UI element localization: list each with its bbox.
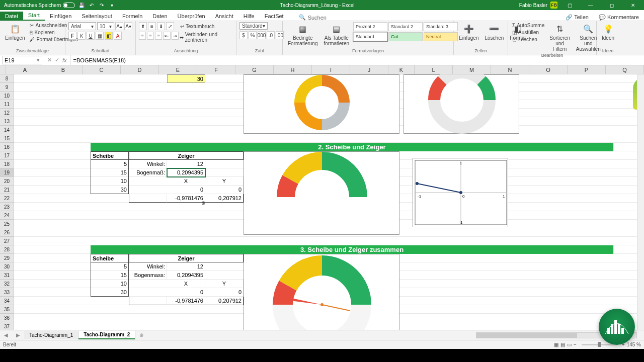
view-normal-icon[interactable]: ▦ [554, 342, 558, 347]
cell-F22[interactable]: 0,207912 [205, 194, 244, 203]
col-header-M[interactable]: M [453, 65, 491, 74]
row-header-14[interactable]: 14 [0, 126, 14, 134]
row-header-20[interactable]: 20 [0, 177, 14, 186]
cell-C21[interactable]: 30 [91, 186, 129, 194]
col-header-F[interactable]: F [197, 65, 235, 74]
col-header-C[interactable]: C [83, 65, 121, 74]
cell-F21[interactable]: 0 [205, 186, 244, 194]
indent-dec-button[interactable]: ⇤ [163, 32, 170, 40]
cell-F34[interactable]: 0,207912 [205, 297, 244, 305]
chart-gauge-combined[interactable] [244, 254, 399, 330]
view-page-break-icon[interactable]: ▭ [567, 342, 572, 347]
worksheet-grid[interactable]: 8910111213141516171819202122232425262728… [0, 74, 644, 330]
vertical-scrollbar[interactable] [637, 74, 644, 330]
indent-inc-button[interactable]: ⇥ [172, 32, 179, 40]
shrink-font-button[interactable]: A▾ [124, 22, 132, 30]
sheet-tab-2[interactable]: Tacho-Diagramm_2 [78, 331, 135, 339]
autosum-button[interactable]: ΣAutoSumme [511, 22, 545, 29]
tab-ueberpruefen[interactable]: Überprüfen [173, 12, 210, 21]
ribbon-options-icon[interactable]: ▢ [560, 0, 579, 10]
maximize-button[interactable]: ◻ [603, 0, 621, 10]
chart-donut-2[interactable] [404, 74, 519, 134]
cell-E21[interactable]: 0 [167, 186, 205, 194]
style-prozent2[interactable]: Prozent 2 [353, 22, 387, 31]
row-header-18[interactable]: 18 [0, 160, 14, 168]
row-header-25[interactable]: 25 [0, 220, 14, 228]
row-header-10[interactable]: 10 [0, 92, 14, 100]
row-header-26[interactable]: 26 [0, 228, 14, 237]
cell-D30[interactable]: Winkel: [129, 262, 167, 271]
cell-F33[interactable]: 0 [205, 288, 244, 297]
row-header-35[interactable]: 35 [0, 305, 14, 314]
col-header-N[interactable]: N [491, 65, 529, 74]
tab-daten[interactable]: Daten [147, 12, 172, 21]
row-header-33[interactable]: 33 [0, 288, 14, 297]
row-header-24[interactable]: 24 [0, 211, 14, 220]
cell-F20[interactable]: Y [205, 177, 244, 186]
paste-button[interactable]: 📋 Einfügen [3, 22, 27, 42]
cell-E30[interactable]: 12 [167, 262, 205, 271]
comments-button[interactable]: 💬 Kommentare [594, 14, 644, 21]
col-header-I[interactable]: I [312, 65, 350, 74]
wrap-text-button[interactable]: ↩Textumbruch [180, 22, 214, 30]
row-header-16[interactable]: 16 [0, 143, 14, 151]
row-header-11[interactable]: 11 [0, 100, 14, 109]
cell-C17[interactable]: Scheibe [91, 151, 129, 160]
delete-cells-button[interactable]: ➖Löschen [482, 22, 506, 42]
row-header-28[interactable]: 28 [0, 245, 14, 254]
zoom-level[interactable]: 145 % [627, 342, 641, 347]
save-icon[interactable]: 💾 [78, 2, 85, 9]
cell-E32[interactable]: X [167, 280, 205, 288]
tab-file[interactable]: Datei [0, 12, 23, 21]
row-header-36[interactable]: 36 [0, 314, 14, 322]
col-header-P[interactable]: P [568, 65, 606, 74]
cell-C30[interactable]: 5 [91, 262, 129, 271]
row-header-37[interactable]: 37 [0, 322, 14, 330]
cell-C31[interactable]: 15 [91, 271, 129, 280]
user-name[interactable]: Fabio Basler [519, 3, 547, 8]
row-header-22[interactable]: 22 [0, 194, 14, 203]
row-header-21[interactable]: 21 [0, 186, 14, 194]
new-sheet-button[interactable]: ⊕ [135, 332, 147, 338]
user-badge[interactable]: FB [550, 2, 557, 9]
cell-D19[interactable]: Bogenmaß: [129, 168, 167, 177]
tab-hilfe[interactable]: Hilfe [238, 12, 260, 21]
redo-icon[interactable]: ↷ [98, 2, 105, 9]
cell-D34[interactable] [129, 297, 167, 305]
align-right-button[interactable]: ≡ [155, 32, 162, 40]
col-header-H[interactable]: H [274, 65, 312, 74]
cell-E33[interactable]: 0 [167, 288, 205, 297]
row-header-12[interactable]: 12 [0, 109, 14, 117]
row-header-30[interactable]: 30 [0, 262, 14, 271]
cell-D18[interactable]: Winkel: [129, 160, 167, 168]
cell-E31[interactable]: 0,2094395 [167, 271, 205, 280]
tab-factset[interactable]: FactSet [260, 12, 289, 21]
cell-D17[interactable]: Zeiger [129, 151, 244, 160]
style-neutral[interactable]: Neutral [424, 32, 458, 41]
row-header-15[interactable]: 15 [0, 134, 14, 143]
row-header-17[interactable]: 17 [0, 151, 14, 160]
cell-D31[interactable]: Bogenmass: [129, 271, 167, 280]
sheet-nav-next[interactable]: ▶ [12, 332, 24, 338]
number-format-select[interactable]: Standard▾ [239, 22, 268, 30]
row-header-32[interactable]: 32 [0, 280, 14, 288]
cell-E19[interactable]: 0,2094395 [167, 168, 205, 177]
qat-dropdown-icon[interactable]: ▾ [108, 2, 115, 9]
fill-button[interactable]: ◫Ausfüllen [511, 29, 545, 36]
align-left-button[interactable]: ≡ [139, 32, 146, 40]
col-header-B[interactable]: B [44, 65, 83, 74]
undo-icon[interactable]: ↶ [88, 2, 95, 9]
row-header-34[interactable]: 34 [0, 297, 14, 305]
cell-E8[interactable]: 30 [167, 74, 205, 83]
col-header-E[interactable]: E [159, 65, 197, 74]
border-button[interactable]: ▦ [96, 32, 104, 40]
cell-C32[interactable]: 10 [91, 280, 129, 288]
cell-F32[interactable]: Y [205, 280, 244, 288]
autosave-toggle[interactable]: Automatisches Speichern [4, 3, 75, 8]
currency-button[interactable]: $ [239, 31, 248, 39]
col-header-O[interactable]: O [529, 65, 568, 74]
close-button[interactable]: ✕ [624, 0, 642, 10]
inc-decimal-button[interactable]: .0 [267, 31, 275, 39]
row-header-23[interactable]: 23 [0, 203, 14, 211]
cell-D29[interactable]: Zeiger [129, 254, 244, 262]
